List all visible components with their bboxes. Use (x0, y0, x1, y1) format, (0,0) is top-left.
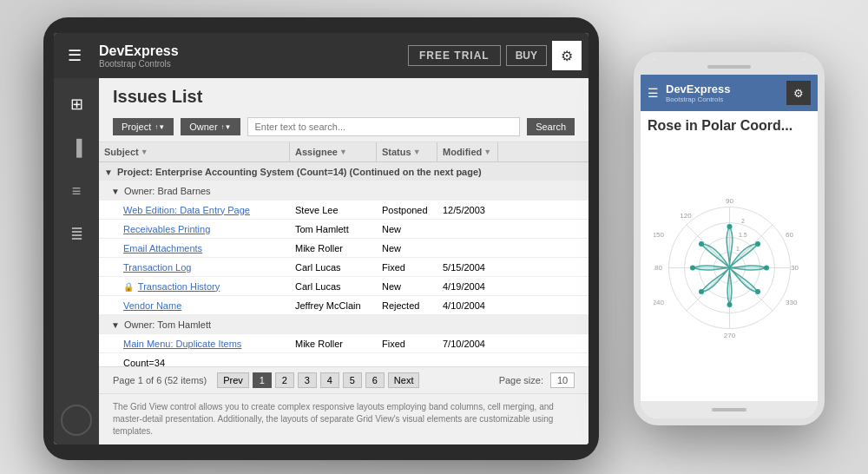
group-row: ▼ Project: Enterprise Accounting System … (99, 162, 589, 181)
owner2-chevron-icon: ▼ (111, 320, 120, 330)
free-trial-button[interactable]: FREE TRIAL (408, 45, 501, 66)
owner-sort-icon: ↑▼ (221, 123, 232, 131)
table-row: Receivables Printing Tom Hamlett New (99, 220, 589, 239)
svg-point-22 (764, 265, 769, 270)
phone: ☰ DevExpress Bootstrap Controls ⚙ Rose i… (634, 52, 825, 425)
svg-text:1: 1 (736, 246, 740, 252)
project-label: Project (122, 122, 151, 132)
scene: ☰ DevExpress Bootstrap Controls FREE TRI… (0, 0, 868, 474)
svg-text:240: 240 (654, 299, 665, 306)
svg-point-20 (727, 224, 732, 229)
svg-text:1.5: 1.5 (739, 232, 747, 238)
sidebar-grid-icon[interactable]: ⊞ (61, 89, 92, 120)
phone-gear-button[interactable]: ⚙ (786, 81, 811, 105)
subject-header: Subject ▼ (99, 142, 290, 161)
phone-content: Rose in Polar Coord... (641, 111, 818, 401)
svg-text:330: 330 (786, 299, 798, 306)
owner-tom-row: ▼ Owner: Tom Hamlett (99, 315, 589, 334)
hamburger-icon[interactable]: ☰ (61, 46, 89, 65)
assignee-header: Assignee ▼ (290, 142, 377, 161)
svg-point-21 (755, 241, 760, 247)
owner-filter-button[interactable]: Owner ↑▼ (181, 118, 240, 135)
svg-point-26 (690, 265, 695, 270)
phone-home-button[interactable] (712, 408, 746, 411)
table-row: 🔒 Transaction History Carl Lucas New 4/1… (99, 277, 589, 296)
prev-button[interactable]: Prev (217, 372, 249, 388)
phone-brand-subtitle: Bootstrap Controls (666, 95, 786, 103)
phone-brand: DevExpress Bootstrap Controls (666, 82, 786, 104)
project-filter-button[interactable]: Project ↑▼ (113, 118, 174, 135)
page-title: Issues List (99, 78, 589, 112)
phone-brand-name: DevExpress (666, 82, 786, 96)
count-row: Count=34 (99, 353, 589, 366)
next-button[interactable]: Next (388, 372, 420, 388)
phone-topbar: ☰ DevExpress Bootstrap Controls ⚙ (641, 75, 818, 111)
svg-text:2: 2 (741, 218, 745, 224)
lock-icon: 🔒 (123, 282, 134, 292)
page-1-button[interactable]: 1 (253, 372, 272, 388)
tablet-topbar: ☰ DevExpress Bootstrap Controls FREE TRI… (54, 33, 589, 78)
svg-point-23 (755, 289, 760, 294)
tablet-screen: ☰ DevExpress Bootstrap Controls FREE TRI… (54, 33, 589, 444)
owner-label: Owner (189, 122, 217, 132)
sidebar-detail-icon[interactable]: ≣ (61, 219, 92, 250)
table-row: Main Menu: Duplicate Items Mike Roller F… (99, 334, 589, 353)
svg-text:120: 120 (680, 212, 692, 220)
topbar-actions: FREE TRIAL BUY ⚙ (408, 41, 582, 70)
sidebar-list-icon[interactable]: ≡ (61, 175, 92, 207)
page-size-label: Page size: (499, 375, 543, 385)
grid-header: Subject ▼ Assignee ▼ Status ▼ (99, 142, 589, 162)
table-row: Transaction Log Carl Lucas Fixed 5/15/20… (99, 258, 589, 277)
owner-chevron-icon: ▼ (111, 187, 120, 196)
svg-point-27 (699, 241, 704, 247)
status-header: Status ▼ (377, 142, 437, 161)
gear-button[interactable]: ⚙ (552, 41, 582, 70)
phone-hamburger-icon[interactable]: ☰ (648, 86, 659, 100)
polar-chart: 90 60 30 330 270 240 180 150 120 1 1.5 2 (654, 192, 806, 344)
svg-text:180: 180 (654, 264, 663, 272)
grid-toolbar: Project ↑▼ Owner ↑▼ Search (99, 112, 589, 142)
owner-brad-row: ▼ Owner: Brad Barnes (99, 181, 589, 201)
svg-point-24 (727, 302, 732, 307)
tablet-brand: DevExpress Bootstrap Controls (99, 43, 408, 69)
table-row: Vendor Name Jeffrey McClain Rejected 4/1… (99, 296, 589, 315)
tablet-content: ⊞ ▐ ≡ ≣ Issues List Project ↑▼ (54, 78, 589, 444)
brand-name: DevExpress (99, 43, 408, 59)
tablet-sidebar: ⊞ ▐ ≡ ≣ (54, 78, 99, 444)
svg-text:150: 150 (654, 231, 665, 239)
search-button[interactable]: Search (527, 118, 575, 135)
polar-chart-container: 90 60 30 330 270 240 180 150 120 1 1.5 2 (648, 141, 811, 394)
modified-header: Modified ▼ (437, 142, 498, 161)
tablet-footer: The Grid View control allows you to crea… (99, 393, 589, 444)
brand-subtitle: Bootstrap Controls (99, 59, 408, 69)
table-row: Web Edition: Data Entry Page Steve Lee P… (99, 201, 589, 220)
page-5-button[interactable]: 5 (343, 372, 362, 388)
svg-text:30: 30 (791, 264, 799, 272)
pagination-bar: Page 1 of 6 (52 items) Prev 1 2 3 4 5 6 … (99, 366, 589, 393)
phone-speaker (707, 65, 751, 69)
svg-point-25 (699, 289, 704, 294)
project-sort-icon: ↑▼ (155, 123, 165, 131)
page-4-button[interactable]: 4 (320, 372, 339, 388)
page-2-button[interactable]: 2 (275, 372, 294, 388)
table-row: Email Attachments Mike Roller New (99, 239, 589, 258)
page-6-button[interactable]: 6 (365, 372, 385, 388)
svg-text:60: 60 (786, 231, 793, 239)
chart-title: Rose in Polar Coord... (648, 118, 811, 134)
page-size-value: 10 (550, 372, 575, 388)
svg-text:90: 90 (726, 197, 733, 205)
search-input[interactable] (247, 117, 521, 136)
phone-notch (641, 59, 818, 75)
svg-text:270: 270 (723, 332, 735, 339)
sidebar-chart-icon[interactable]: ▐ (61, 132, 92, 163)
phone-screen: ☰ DevExpress Bootstrap Controls ⚙ Rose i… (641, 75, 818, 401)
phone-home-bar (641, 401, 818, 418)
tablet-main: Issues List Project ↑▼ Owner ↑▼ Search (99, 78, 589, 444)
grid-table: Subject ▼ Assignee ▼ Status ▼ (99, 142, 589, 366)
buy-button[interactable]: BUY (506, 45, 547, 66)
page-3-button[interactable]: 3 (298, 372, 317, 388)
tablet: ☰ DevExpress Bootstrap Controls FREE TRI… (43, 17, 599, 460)
tablet-home-button[interactable] (61, 405, 92, 436)
page-info: Page 1 of 6 (52 items) (113, 375, 207, 385)
group-chevron-icon: ▼ (104, 168, 113, 177)
